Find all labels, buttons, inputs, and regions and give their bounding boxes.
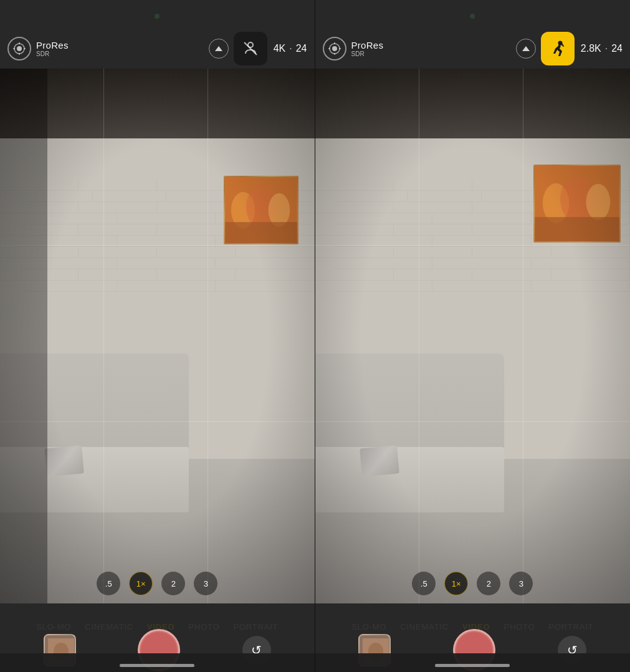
chevron-up-icon-right <box>522 46 530 51</box>
zoom-05-left[interactable]: .5 <box>97 572 120 595</box>
fps-right: 24 <box>611 43 623 54</box>
top-bar-right: ProRes SDR 2.8K · 24 <box>315 0 631 69</box>
live-photo-btn-right[interactable] <box>323 37 346 60</box>
prores-label-left: ProRes SDR <box>36 40 209 57</box>
horses-svg-left <box>225 177 297 243</box>
svg-point-16 <box>332 46 337 51</box>
resolution-left: 4K <box>274 43 286 54</box>
resolution-right: 2.8K <box>581 43 601 54</box>
live-photo-btn-left[interactable] <box>7 37 31 60</box>
viewfinder-left <box>0 69 315 603</box>
zoom-1x-right[interactable]: 1× <box>444 572 468 595</box>
ceiling-left <box>0 69 315 138</box>
svg-point-26 <box>586 184 610 220</box>
resolution-info-right: 2.8K · 24 <box>581 43 623 54</box>
svg-point-11 <box>269 193 290 227</box>
chevron-btn-left[interactable] <box>209 39 229 59</box>
fps-left: 24 <box>296 43 307 54</box>
prores-sub-left: SDR <box>36 50 49 57</box>
no-person-icon-left <box>242 40 259 57</box>
room-background-left <box>0 69 315 603</box>
viewfinder-right <box>315 69 631 603</box>
left-panel: ProRes SDR 4K · 24 <box>0 0 315 672</box>
sofa-right <box>315 363 504 550</box>
resolution-info-left: 4K · 24 <box>274 43 307 54</box>
zoom-3-right[interactable]: 3 <box>509 572 533 595</box>
running-person-icon-right <box>549 40 566 57</box>
camera-controls-left: ProRes SDR 4K · 24 <box>7 32 307 65</box>
home-indicator-right <box>435 664 510 667</box>
ceiling-right <box>315 69 631 138</box>
sofa-left <box>0 363 189 550</box>
prores-title-left: ProRes <box>36 40 69 50</box>
top-bar-left: ProRes SDR 4K · 24 <box>0 0 315 69</box>
horses-svg-right <box>535 166 619 241</box>
prores-sub-right: SDR <box>351 50 365 57</box>
live-photo-icon <box>13 42 26 55</box>
chevron-btn-right[interactable] <box>516 39 536 59</box>
right-panel: ProRes SDR 2.8K · 24 <box>315 0 631 672</box>
svg-rect-12 <box>225 222 297 243</box>
zoom-1x-left[interactable]: 1× <box>129 572 153 595</box>
painting-right <box>533 165 621 242</box>
action-icon-box-left[interactable] <box>234 32 267 65</box>
camera-controls-right: ProRes SDR 2.8K · 24 <box>323 32 623 65</box>
chevron-up-icon-left <box>215 46 222 51</box>
home-indicator-area-left <box>0 653 315 672</box>
home-indicator-area-right <box>315 653 631 672</box>
zoom-3-left[interactable]: 3 <box>194 572 217 595</box>
zoom-05-right[interactable]: .5 <box>412 572 436 595</box>
zoom-2-left[interactable]: 2 <box>161 572 185 595</box>
prores-label-right: ProRes SDR <box>351 40 516 57</box>
live-photo-icon-right <box>328 42 341 55</box>
dot-sep-1-right: · <box>605 43 608 54</box>
svg-rect-27 <box>535 218 619 242</box>
room-background-right <box>315 69 631 603</box>
zoom-controls-right: .5 1× 2 3 <box>315 567 631 600</box>
home-indicator-left <box>120 664 194 667</box>
painting-left <box>224 176 298 244</box>
zoom-controls-left: .5 1× 2 3 <box>0 567 315 600</box>
action-icon-box-right[interactable] <box>541 32 575 65</box>
svg-point-0 <box>17 46 22 51</box>
dot-sep-1-left: · <box>289 43 292 54</box>
zoom-2-right[interactable]: 2 <box>477 572 500 595</box>
prores-title-right: ProRes <box>351 40 384 50</box>
